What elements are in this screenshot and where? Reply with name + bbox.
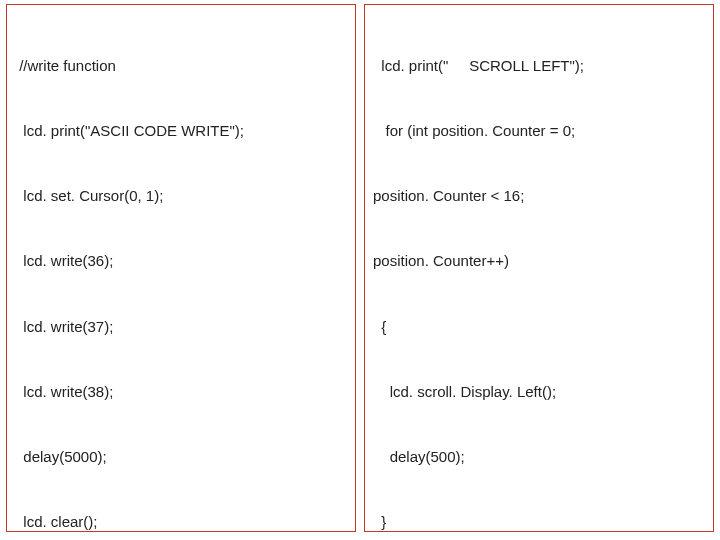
code-line: lcd. print(" SCROLL LEFT"); xyxy=(373,55,705,77)
code-column-right: lcd. print(" SCROLL LEFT"); for (int pos… xyxy=(364,4,714,532)
code-line: delay(5000); xyxy=(15,446,347,468)
code-line: { xyxy=(373,316,705,338)
slide: //write function lcd. print("ASCII CODE … xyxy=(0,0,720,540)
code-line: lcd. clear(); xyxy=(15,511,347,532)
code-line: } xyxy=(373,511,705,532)
code-line: lcd. set. Cursor(0, 1); xyxy=(15,185,347,207)
code-line: for (int position. Counter = 0; xyxy=(373,120,705,142)
code-line: lcd. write(37); xyxy=(15,316,347,338)
code-line: position. Counter++) xyxy=(373,250,705,272)
code-column-left: //write function lcd. print("ASCII CODE … xyxy=(6,4,356,532)
code-line: lcd. scroll. Display. Left(); xyxy=(373,381,705,403)
code-line: lcd. print("ASCII CODE WRITE"); xyxy=(15,120,347,142)
code-line: //write function xyxy=(15,55,347,77)
code-line: position. Counter < 16; xyxy=(373,185,705,207)
code-line: delay(500); xyxy=(373,446,705,468)
code-line: lcd. write(36); xyxy=(15,250,347,272)
code-line: lcd. write(38); xyxy=(15,381,347,403)
